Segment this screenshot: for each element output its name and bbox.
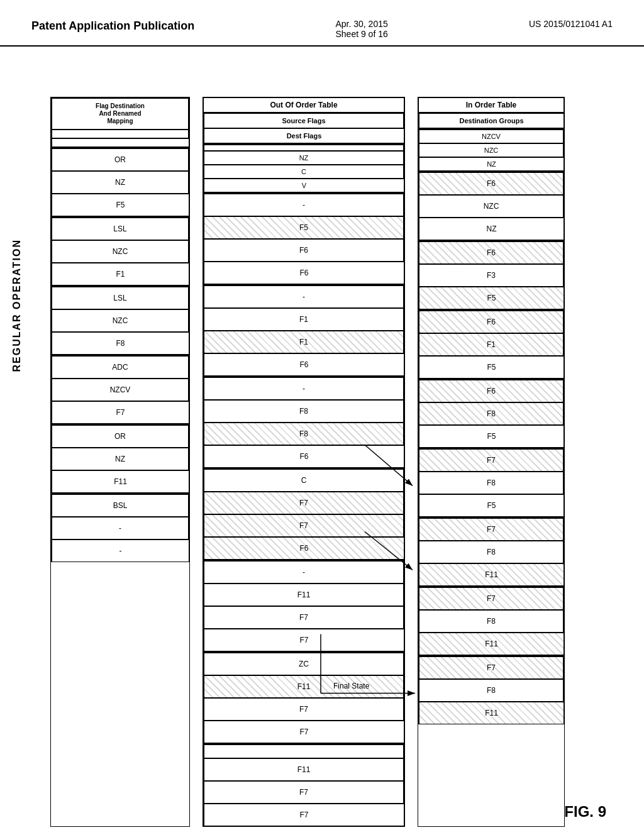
- op-cell: OR: [52, 425, 189, 448]
- table-row: F6 F3 F5: [418, 241, 564, 310]
- nzc-cell: F8: [419, 402, 564, 425]
- table-row: C F7 F7 F6: [203, 468, 404, 560]
- table-row: F7 F8 F11: [418, 517, 564, 587]
- publication-title: Patent Application Publication: [31, 19, 194, 33]
- header-center: Apr. 30, 2015 Sheet 9 of 16: [335, 19, 387, 39]
- op-cell: BSL: [52, 494, 189, 517]
- nz-cell: F11: [204, 675, 404, 698]
- nz-cell: F5: [419, 425, 564, 448]
- v-cell: F7: [204, 629, 404, 651]
- flag-cell: -: [52, 517, 189, 540]
- v-cell: F6: [204, 445, 404, 468]
- table-row: F6 F8 F5: [418, 379, 564, 448]
- table-row: - F11 F7 F7: [203, 560, 404, 652]
- nz-col-header: NZ: [204, 151, 404, 165]
- flag-cell: NZCV: [52, 379, 189, 401]
- nz-cell: F5: [419, 356, 564, 379]
- v-cell: F7: [204, 721, 404, 743]
- nzc-cell: F8: [419, 472, 564, 494]
- table-row: - F1 F1 F6: [203, 285, 404, 377]
- v-cell: F7: [204, 804, 404, 826]
- c-cell: F7: [204, 698, 404, 721]
- source-cell: ZC: [204, 653, 404, 675]
- nz-cell: F11: [419, 563, 564, 586]
- flag-dest-table: Flag DestinationAnd RenamedMapping OR NZ…: [50, 97, 190, 827]
- dest-flags-header: Dest Flags: [204, 128, 404, 143]
- in-order-table: In Order Table Destination Groups NZCV N…: [418, 97, 565, 827]
- nz-cell: F1: [204, 308, 404, 331]
- nz-cell: F11: [204, 758, 404, 781]
- v-col-header: V: [204, 179, 404, 192]
- nzcv-cell: F7: [419, 656, 564, 679]
- nzcv-cell: F7: [419, 449, 564, 472]
- nzc-cell: F3: [419, 264, 564, 287]
- nzc-cell: F8: [419, 541, 564, 563]
- nzcv-cell: F6: [419, 311, 564, 333]
- table-row: F11 F7 F7: [203, 744, 404, 826]
- source-cell: -: [204, 377, 404, 400]
- op-cell: OR: [52, 148, 189, 171]
- flag-cell: NZ: [52, 448, 189, 470]
- table-row: - F8 F8 F6: [203, 377, 404, 468]
- table-row: LSL NZC F8: [51, 286, 189, 355]
- c-cell: F1: [204, 331, 404, 353]
- flag-cell: NZ: [52, 171, 189, 194]
- dest-groups-header: Destination Groups: [419, 113, 564, 128]
- out-of-order-table: Out Of Order Table Source Flags Dest Fla…: [203, 97, 405, 827]
- nzcv-cell: F7: [419, 587, 564, 610]
- op-cell: LSL: [52, 287, 189, 309]
- dest-cell: F5: [52, 194, 189, 216]
- op-cell: LSL: [52, 218, 189, 240]
- table-row: F6 NZC NZ: [418, 172, 564, 241]
- c-col-header: C: [204, 165, 404, 179]
- source-cell: -: [204, 561, 404, 584]
- flag-col-empty: [52, 130, 189, 138]
- c-cell: F7: [204, 514, 404, 537]
- nz-cell: F5: [204, 216, 404, 239]
- source-flags-header: Source Flags: [204, 113, 404, 128]
- table-row: - F5 F6 F6: [203, 193, 404, 285]
- v-cell: F6: [204, 537, 404, 560]
- sidebar-label: REGULAR OPERATION: [11, 239, 23, 372]
- sheet-info: Sheet 9 of 16: [335, 29, 387, 39]
- page-header: Patent Application Publication Apr. 30, …: [0, 0, 644, 47]
- col-header-row: NZ C V: [203, 144, 404, 193]
- fig-label: FIG. 9: [564, 803, 606, 821]
- main-content: Flag DestinationAnd RenamedMapping OR NZ…: [0, 59, 644, 830]
- flag-col-dest: [52, 138, 189, 147]
- dest-cell: F7: [52, 401, 189, 424]
- flag-dest-title: Flag DestinationAnd RenamedMapping: [52, 98, 189, 130]
- table-row: F7 F8 F11: [418, 587, 564, 656]
- table-row: OR NZ F11: [51, 424, 189, 494]
- c-cell: F7: [204, 781, 404, 804]
- nz-cell: F11: [419, 633, 564, 655]
- op-cell: ADC: [52, 356, 189, 379]
- nz-cell: F5: [419, 287, 564, 309]
- sub-header-row: Source Flags Dest Flags: [203, 113, 404, 144]
- nz-cell: F11: [204, 584, 404, 606]
- dest-cell: -: [52, 540, 189, 562]
- table-row: ADC NZCV F7: [51, 355, 189, 424]
- nzcv-col-header: NZCV: [419, 130, 564, 143]
- dest-cell: F1: [52, 263, 189, 285]
- nzc-cell: NZC: [419, 195, 564, 218]
- table-row: F7 F8 F11: [418, 656, 564, 724]
- nzc-col-header: NZC: [419, 143, 564, 157]
- source-cell: C: [204, 469, 404, 492]
- patent-number: US 2015/0121041 A1: [529, 19, 613, 29]
- source-cell: [204, 744, 404, 758]
- in-order-title: In Order Table: [418, 97, 564, 113]
- nz-col-header: NZ: [419, 157, 564, 171]
- dest-cell: F11: [52, 470, 189, 493]
- table-row: OR NZ F5: [51, 148, 189, 217]
- publication-date: Apr. 30, 2015: [335, 19, 387, 29]
- nzc-cell: F8: [419, 610, 564, 633]
- flag-dest-header: Flag DestinationAnd RenamedMapping: [51, 97, 189, 148]
- nzc-cell: F1: [419, 333, 564, 356]
- nz-cell: F8: [204, 400, 404, 423]
- c-cell: F6: [204, 239, 404, 262]
- v-cell: F6: [204, 262, 404, 284]
- nzcv-cell: F6: [419, 380, 564, 402]
- nz-cell: NZ: [419, 218, 564, 240]
- nz-cell: F11: [419, 702, 564, 724]
